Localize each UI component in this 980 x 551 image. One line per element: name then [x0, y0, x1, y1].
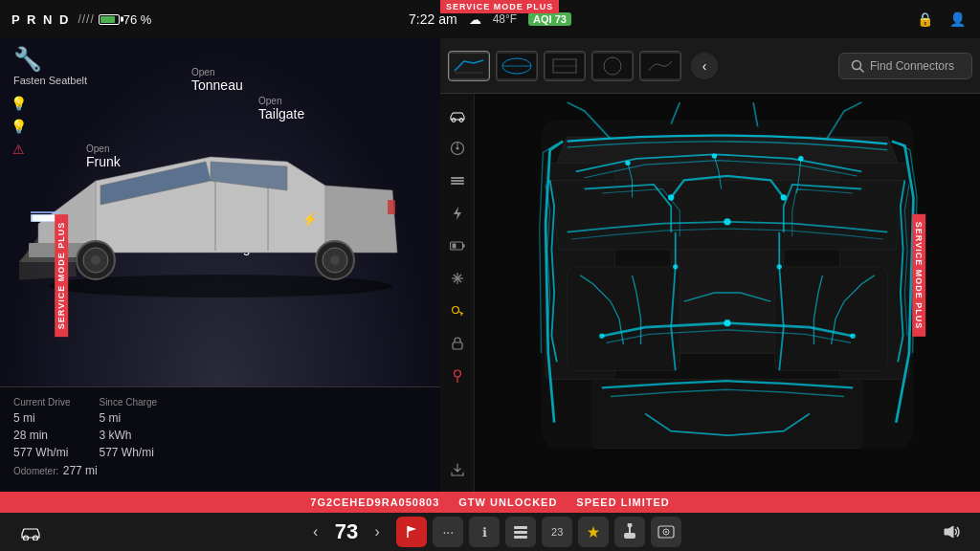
sidebar-lock-icon[interactable]	[443, 329, 472, 358]
svg-rect-39	[451, 177, 464, 179]
odometer-row: Odometer: 277 mi	[13, 461, 98, 478]
taskbar-star-icon[interactable]	[578, 517, 609, 547]
svg-point-13	[91, 255, 100, 265]
since-charge-label: Since Charge	[99, 397, 157, 408]
taskbar-calendar-icon[interactable]: 23	[542, 517, 572, 547]
odometer-label: Odometer:	[13, 466, 58, 476]
svg-rect-76	[514, 526, 527, 529]
svg-rect-21	[388, 200, 395, 214]
wiring-diagram-area	[440, 94, 980, 492]
sidebar-snowflake-icon[interactable]	[443, 264, 472, 293]
profile-icon[interactable]: 👤	[946, 8, 969, 31]
sidebar-key-icon[interactable]	[443, 297, 472, 325]
sidebar-pin-icon[interactable]	[443, 362, 472, 390]
lock-icon[interactable]: 🔒	[913, 8, 936, 31]
sidebar-bolt-icon[interactable]	[443, 199, 472, 228]
odometer-value: 277 mi	[63, 464, 98, 477]
svg-point-81	[628, 523, 633, 528]
tab-view-2[interactable]	[496, 51, 538, 81]
charge-energy: 3 kWh	[99, 429, 157, 442]
svg-rect-41	[451, 183, 464, 185]
prnd-display: P R N D	[11, 12, 70, 27]
wiring-diagram-canvas	[475, 94, 980, 492]
svg-point-72	[850, 334, 855, 339]
top-bar-center: 7:22 am ☁ 48°F AQI 73	[409, 11, 571, 27]
taskbar: ‹ 73 › ··· ℹ 23	[0, 513, 980, 551]
drive-stats: Current Drive 5 mi 28 min 577 Wh/mi Sinc…	[0, 386, 440, 492]
sidebar-car-icon[interactable]	[443, 101, 472, 130]
find-connectors-label: Find Connectors	[870, 59, 954, 73]
seatbelt-icon: 🔧	[13, 46, 87, 73]
battery-percentage: 76 %	[123, 12, 152, 27]
taskbar-layers-icon[interactable]	[505, 517, 536, 547]
fasten-seatbelt-text: Fasten Seatbelt	[13, 75, 87, 86]
current-drive-label: Current Drive	[13, 397, 70, 408]
sidebar-settings-icon[interactable]	[443, 166, 472, 195]
sidebar-steering-icon[interactable]	[443, 134, 472, 163]
svg-rect-22	[450, 54, 488, 78]
unlock-status: GTW UNLOCKED	[458, 496, 557, 508]
tab-view-5[interactable]	[639, 51, 681, 81]
svg-point-16	[330, 255, 340, 265]
taskbar-dots-icon[interactable]: ···	[433, 517, 463, 547]
svg-point-66	[781, 194, 787, 200]
sidebar-export-icon[interactable]	[443, 455, 472, 484]
svg-point-69	[673, 264, 678, 269]
sidebar-battery-icon[interactable]	[443, 231, 472, 260]
taskbar-chevron-right[interactable]: ›	[364, 518, 390, 545]
vin-display: 7G2CEHED9RA050803	[310, 496, 439, 508]
svg-point-71	[599, 334, 604, 339]
tab-view-1[interactable]	[448, 51, 490, 81]
top-bar-left: P R N D //// 76 %	[11, 12, 409, 27]
svg-point-62	[625, 161, 630, 165]
service-mode-top-label: SERVICE MODE PLUS	[440, 0, 559, 13]
bottom-status-bar: 7G2CEHED9RA050803 GTW UNLOCKED SPEED LIM…	[0, 492, 980, 513]
taskbar-right	[938, 518, 965, 545]
tailgate-label: Open Tailgate	[258, 96, 304, 121]
tab-view-4[interactable]	[591, 51, 634, 81]
svg-rect-42	[450, 242, 462, 250]
time-display: 7:22 am	[409, 11, 457, 27]
left-sidebar	[440, 94, 475, 492]
taskbar-info-icon[interactable]: ℹ	[469, 517, 500, 547]
svg-rect-40	[451, 180, 464, 182]
svg-rect-59	[568, 267, 680, 371]
svg-rect-44	[452, 244, 456, 249]
taskbar-volume-icon[interactable]	[938, 518, 965, 545]
right-toolbar: ‹ Find Connectors	[440, 38, 980, 94]
svg-point-70	[777, 264, 782, 269]
battery-bars: ////	[78, 12, 94, 26]
speed-status: SPEED LIMITED	[576, 496, 669, 508]
svg-point-53	[454, 370, 460, 377]
cybertruck-image: ⚡	[19, 119, 421, 310]
temp-display: 48°F	[493, 12, 517, 26]
taskbar-flag-icon[interactable]	[396, 517, 427, 547]
svg-text:⚡: ⚡	[301, 211, 319, 228]
svg-point-37	[456, 147, 458, 150]
svg-point-64	[798, 156, 803, 161]
taskbar-car-icon[interactable]	[15, 517, 46, 547]
light-indicator: 💡	[8, 96, 29, 111]
svg-line-33	[860, 68, 864, 72]
toolbar-chevron-left[interactable]: ‹	[691, 53, 718, 79]
service-mode-left-label: SERVICE MODE PLUS	[55, 214, 68, 337]
service-mode-right-label: SERVICE MODE PLUS	[912, 214, 925, 337]
taskbar-chevron-left[interactable]: ‹	[302, 518, 329, 545]
tab-view-3[interactable]	[544, 51, 586, 81]
svg-rect-78	[514, 536, 527, 539]
find-connectors-search[interactable]: Find Connectors	[838, 53, 972, 79]
svg-point-49	[452, 307, 458, 314]
fasten-seatbelt-label: 🔧 Fasten Seatbelt	[13, 46, 87, 86]
svg-rect-52	[453, 342, 462, 349]
since-charge-col: Since Charge 5 mi 3 kWh 577 Wh/mi	[99, 397, 157, 482]
svg-rect-10	[33, 215, 57, 221]
main-content: 💡 💡 ⚠ 🔧 Fasten Seatbelt Open Tonneau Ope…	[0, 38, 980, 492]
taskbar-joystick-icon[interactable]	[614, 517, 645, 547]
taskbar-media-icon[interactable]	[651, 517, 681, 547]
taskbar-left	[15, 517, 46, 547]
charge-distance: 5 mi	[99, 411, 157, 425]
svg-point-63	[712, 153, 717, 158]
search-icon	[851, 59, 864, 73]
svg-rect-60	[775, 267, 888, 371]
svg-rect-43	[462, 244, 464, 248]
